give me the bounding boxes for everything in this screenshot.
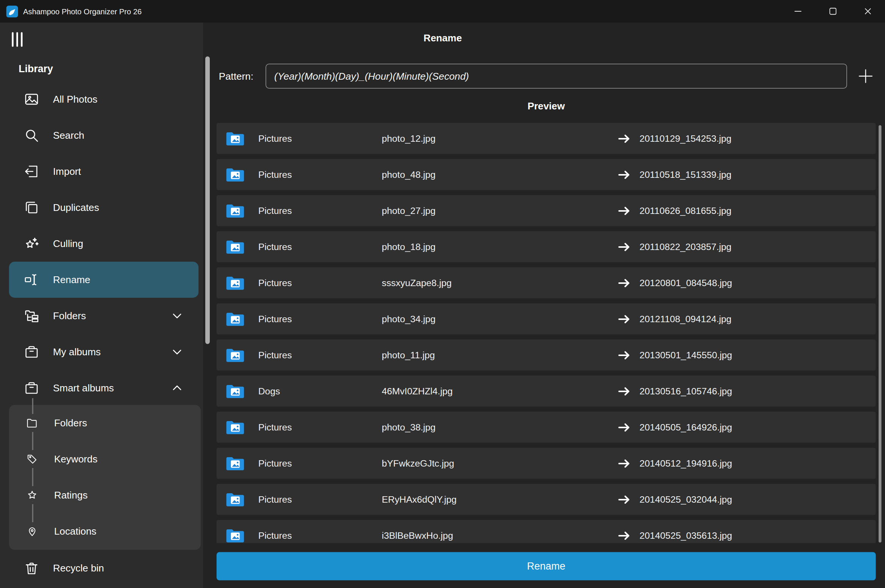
preview-row[interactable]: Picturesphoto_38.jpg20140505_164926.jpg [217, 412, 876, 443]
sidebar-scrollbar[interactable] [205, 56, 210, 344]
import-icon [24, 164, 39, 179]
duplicates-icon [24, 200, 39, 215]
smart-album-item-keywords[interactable]: Keywords [9, 441, 201, 477]
star-icon [26, 489, 38, 502]
smart-album-item-locations[interactable]: Locations [9, 513, 201, 549]
main-content: Pattern: Preview Picturesphoto_12.jpg201… [203, 23, 885, 588]
folder-icon [226, 167, 245, 183]
folder-name: Pictures [258, 314, 382, 324]
sidebar-item-duplicates[interactable]: Duplicates [9, 189, 199, 226]
original-filename: photo_38.jpg [382, 422, 617, 433]
folder-icon [226, 275, 245, 291]
renamed-filename: 20130516_105746.jpg [640, 386, 876, 397]
preview-row[interactable]: PicturesERyHAx6dQlY.jpg20140525_032044.j… [217, 484, 876, 515]
folder-icon [226, 383, 245, 400]
close-button[interactable] [850, 0, 885, 23]
rename-button[interactable]: Rename [217, 552, 876, 580]
renamed-filename: 20110626_081655.jpg [640, 205, 876, 216]
folder-name: Pictures [258, 133, 382, 144]
folder-icon [26, 417, 38, 429]
preview-row[interactable]: Picturesi3BlBeBwxHo.jpg20140525_035613.j… [217, 520, 876, 543]
preview-row[interactable]: Picturesphoto_27.jpg20110626_081655.jpg [217, 195, 876, 226]
folder-icon [226, 491, 245, 508]
sidebar-item-smart-albums[interactable]: Smart albums [9, 370, 199, 406]
sidebar-item-label: Search [53, 129, 84, 141]
renamed-filename: 20130501_145550.jpg [640, 350, 876, 361]
sidebar: Library All PhotosSearchImportDuplicates… [0, 23, 203, 588]
sidebar-item-label: Culling [53, 238, 83, 250]
add-pattern-button[interactable] [854, 63, 877, 89]
preview-row[interactable]: Picturesphoto_18.jpg20110822_203857.jpg [217, 231, 876, 262]
sidebar-item-rename[interactable]: Rename [9, 262, 199, 298]
sidebar-item-label: Folders [53, 310, 86, 322]
folder-icon [226, 419, 245, 436]
menu-toggle-icon[interactable] [12, 32, 23, 47]
minimize-button[interactable] [780, 0, 815, 23]
preview-list: Picturesphoto_12.jpg20110129_154253.jpgP… [217, 123, 876, 543]
sidebar-item-my-albums[interactable]: My albums [9, 334, 199, 370]
folder-name: Pictures [258, 530, 382, 541]
preview-row[interactable]: Picturesphoto_11.jpg20130501_145550.jpg [217, 339, 876, 371]
arrow-right-icon [617, 131, 632, 146]
folder-icon [226, 455, 245, 472]
sidebar-item-recycle-bin[interactable]: Recycle bin [9, 550, 199, 586]
smart-album-item-ratings[interactable]: Ratings [9, 477, 201, 513]
smart-album-item-label: Locations [54, 525, 96, 537]
sidebar-item-label: All Photos [53, 93, 97, 105]
preview-row[interactable]: Picturesphoto_34.jpg20121108_094124.jpg [217, 303, 876, 335]
folder-name: Pictures [258, 169, 382, 180]
window-controls [780, 0, 885, 23]
folder-icon [226, 311, 245, 327]
arrow-right-icon [617, 167, 632, 182]
tag-icon [26, 453, 38, 465]
sidebar-item-culling[interactable]: Culling [9, 226, 199, 262]
smart-album-item-label: Keywords [54, 453, 97, 465]
original-filename: ERyHAx6dQlY.jpg [382, 494, 617, 505]
arrow-right-icon [617, 492, 632, 507]
renamed-filename: 20140525_035613.jpg [640, 530, 876, 541]
sidebar-item-label: Recycle bin [53, 562, 104, 574]
original-filename: photo_48.jpg [382, 169, 617, 180]
arrow-right-icon [617, 420, 632, 435]
folder-icon [226, 347, 245, 364]
sidebar-item-label: Duplicates [53, 202, 99, 214]
arrow-right-icon [617, 528, 632, 543]
original-filename: 46MvI0ZHZl4.jpg [382, 386, 617, 397]
rename-icon [24, 272, 39, 288]
preview-scrollbar[interactable] [879, 125, 882, 543]
smart-album-item-folders[interactable]: Folders [9, 405, 201, 441]
location-icon [26, 525, 38, 538]
arrow-right-icon [617, 276, 632, 290]
sidebar-item-label: Smart albums [53, 382, 114, 394]
preview-row[interactable]: Dogs46MvI0ZHZl4.jpg20130516_105746.jpg [217, 376, 876, 407]
arrow-right-icon [617, 239, 632, 254]
folder-name: Pictures [258, 241, 382, 252]
pattern-input[interactable] [266, 64, 847, 89]
smart-album-item-label: Ratings [54, 489, 88, 501]
preview-row[interactable]: Picturesphoto_48.jpg20110518_151339.jpg [217, 159, 876, 190]
albums-icon [24, 380, 39, 396]
maximize-button[interactable] [815, 0, 850, 23]
renamed-filename: 20140512_194916.jpg [640, 458, 876, 469]
folder-name: Pictures [258, 350, 382, 361]
culling-icon [24, 236, 39, 252]
sidebar-item-folders[interactable]: Folders [9, 298, 199, 334]
preview-row[interactable]: PicturessssxyuZape8.jpg20120801_084548.j… [217, 267, 876, 299]
folder-name: Pictures [258, 277, 382, 288]
original-filename: photo_12.jpg [382, 133, 617, 144]
preview-row[interactable]: PicturesbYFwkzeGJtc.jpg20140512_194916.j… [217, 448, 876, 479]
sidebar-item-search[interactable]: Search [9, 117, 199, 153]
folder-name: Pictures [258, 205, 382, 216]
sidebar-item-import[interactable]: Import [9, 153, 199, 189]
arrow-right-icon [617, 384, 632, 399]
albums-icon [24, 344, 39, 360]
chevron-down-icon [169, 344, 185, 360]
app-window: Ashampoo Photo Organizer Pro 26 Rename L… [0, 0, 885, 588]
smart-albums-panel: FoldersKeywordsRatingsLocations [9, 405, 201, 550]
preview-row[interactable]: Picturesphoto_12.jpg20110129_154253.jpg [217, 123, 876, 154]
renamed-filename: 20140505_164926.jpg [640, 422, 876, 433]
sidebar-item-all-photos[interactable]: All Photos [9, 81, 199, 117]
sidebar-item-label: Import [53, 165, 81, 177]
pattern-label: Pattern: [219, 70, 253, 82]
chevron-down-icon [169, 308, 185, 324]
